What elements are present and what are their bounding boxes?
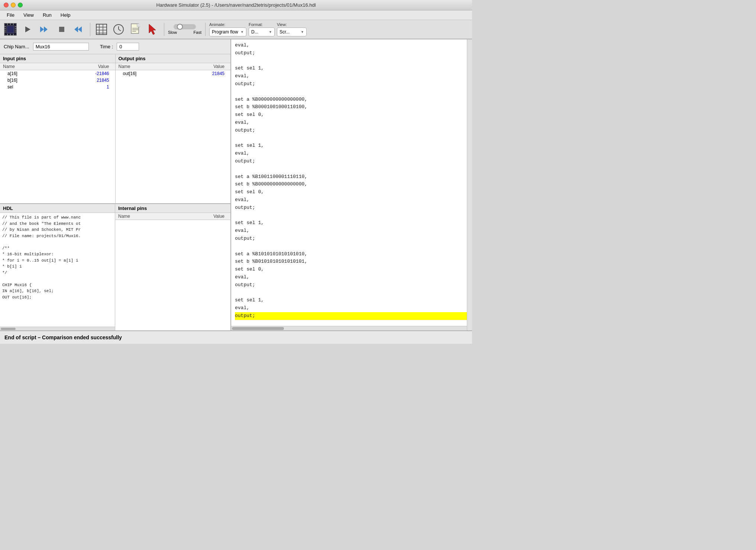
svg-rect-19 [59, 27, 64, 32]
speed-slider[interactable] [174, 24, 196, 29]
play-button[interactable] [20, 22, 35, 37]
view-group: View: Scr... ▼ [277, 22, 307, 36]
time-label: Time : [100, 44, 113, 49]
output-name-col: Name [119, 64, 214, 69]
input-pin-row-1: b[16] 21845 [0, 77, 115, 84]
input-pin-name-2: sel [3, 84, 107, 90]
script-line-5: set a %B0000000000000000, [235, 96, 468, 104]
pins-area: Input pins Name Value a[16] -21846 b[16]… [0, 54, 230, 204]
internal-pins-panel: Internal pins Name Value [115, 204, 230, 330]
hdl-line-11: IN a[16], b[16], sel; [2, 289, 54, 293]
toolbar: Slow Fast Animate: Program flow ▼ Format… [0, 20, 472, 39]
menu-view[interactable]: View [20, 12, 38, 19]
scroll-thumb-h[interactable] [232, 327, 284, 330]
script-line-10: set sel 1, [235, 142, 468, 150]
bottom-left: HDL // This file is part of www.nanc // … [0, 204, 230, 330]
chip-icon [4, 23, 17, 36]
close-button[interactable] [4, 3, 9, 7]
hdl-line-3: // by Nisan and Schocken, MIT Pr [2, 227, 81, 232]
animate-arrow: ▼ [240, 30, 244, 34]
script-content[interactable]: eval, output; set sel 1, eval, output; s… [231, 39, 472, 326]
script-scrollbar-v[interactable] [467, 39, 472, 330]
clock-icon [113, 23, 125, 35]
script-line-blank-4 [235, 165, 468, 173]
chip-name-bar: Chip Nam... Time : [0, 39, 230, 54]
script-line-27: eval, [235, 304, 468, 312]
format-value: D... [251, 29, 258, 35]
window-controls[interactable] [4, 3, 23, 7]
output-pins-header: Output pins [116, 54, 231, 63]
hdl-line-1: // This file is part of www.nanc [2, 215, 81, 220]
script-line-20: output; [235, 235, 468, 243]
animate-group: Animate: Program flow ▼ [209, 22, 246, 36]
script-button[interactable] [128, 22, 143, 37]
pointer-icon [148, 23, 158, 35]
format-dropdown[interactable]: D... ▼ [249, 28, 275, 36]
script-line-9: output; [235, 127, 468, 135]
internal-name-col: Name [118, 214, 213, 219]
table-button[interactable] [94, 22, 109, 37]
animate-label: Animate: [209, 22, 225, 27]
speed-slider-row [174, 24, 196, 29]
hdl-scroll-thumb[interactable] [1, 328, 16, 330]
hdl-scrollbar[interactable] [0, 327, 115, 330]
output-pins-table-header: Name Value [116, 63, 231, 70]
script-line-blank-7 [235, 289, 468, 297]
input-pins-header: Input pins [0, 54, 115, 63]
script-line-15: set sel 0, [235, 188, 468, 196]
menu-file[interactable]: File [3, 12, 18, 19]
toolbar-separator-3 [205, 23, 206, 36]
status-bar: End of script – Comparison ended success… [0, 330, 472, 344]
play-icon [23, 25, 32, 33]
output-pins-panel: Output pins Name Value out[16] 21845 [116, 54, 231, 203]
input-name-col: Name [3, 64, 98, 69]
script-line-21: set a %B1010101010101010, [235, 250, 468, 258]
document-icon [130, 23, 141, 35]
script-line-23: set sel 0, [235, 266, 468, 274]
script-line-blank-1 [235, 57, 468, 65]
input-pin-row-2: sel 1 [0, 84, 115, 90]
output-pin-name-0: out[16] [119, 71, 212, 76]
script-line-16: eval, [235, 196, 468, 204]
script-line-12: output; [235, 158, 468, 165]
script-line-blank-2 [235, 88, 468, 96]
chip-name-input[interactable] [33, 43, 89, 51]
hdl-line-12: OUT out[16]; [2, 295, 32, 300]
internal-table-header: Name Value [115, 213, 230, 220]
title-bar: Hardware Simulator (2.5) - /Users/naver/… [0, 0, 472, 10]
script-scrollbar-h[interactable] [231, 326, 472, 330]
script-line-highlighted: output; [235, 312, 468, 320]
script-line-0: eval, [235, 42, 468, 49]
fast-forward-icon [39, 25, 50, 33]
script-line-14: set b %B0000000000000000, [235, 181, 468, 188]
menu-run[interactable]: Run [39, 12, 55, 19]
animate-dropdown[interactable]: Program flow ▼ [209, 28, 246, 36]
rewind-button[interactable] [71, 22, 86, 37]
view-arrow: ▼ [301, 30, 304, 34]
maximize-button[interactable] [18, 3, 23, 7]
status-text: End of script – Comparison ended success… [4, 334, 122, 340]
fast-forward-button[interactable] [37, 22, 52, 37]
speed-fast-label: Fast [194, 30, 201, 35]
time-input[interactable] [117, 43, 139, 51]
menu-bar: File View Run Help [0, 10, 472, 20]
format-label: Format: [249, 22, 263, 27]
script-line-3: eval, [235, 72, 468, 80]
pointer-button[interactable] [145, 22, 160, 37]
hdl-content[interactable]: // This file is part of www.nanc // and … [0, 213, 115, 327]
hdl-header: HDL [0, 204, 115, 213]
input-pin-row-0: a[16] -21846 [0, 70, 115, 77]
hdl-panel: HDL // This file is part of www.nanc // … [0, 204, 115, 330]
internal-val-col: Value [213, 214, 227, 219]
chip-icon-button[interactable] [3, 22, 18, 37]
svg-line-30 [119, 29, 121, 31]
clock-button[interactable] [111, 22, 126, 37]
stop-button[interactable] [54, 22, 69, 37]
svg-marker-16 [25, 26, 30, 32]
view-dropdown[interactable]: Scr... ▼ [277, 28, 307, 36]
svg-marker-21 [74, 26, 78, 32]
menu-help[interactable]: Help [57, 12, 74, 19]
script-line-18: set sel 1, [235, 219, 468, 227]
speed-control: Slow Fast [168, 24, 201, 35]
minimize-button[interactable] [11, 3, 16, 7]
